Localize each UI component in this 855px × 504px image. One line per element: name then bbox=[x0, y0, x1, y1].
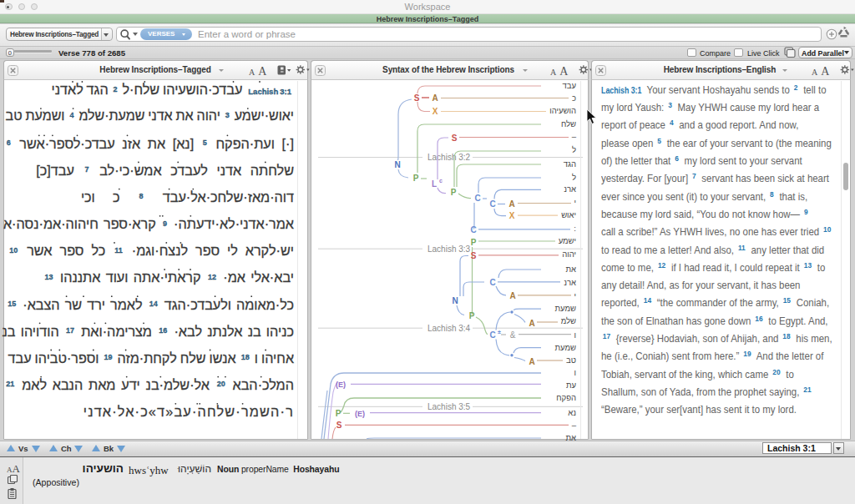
svg-text:L: L bbox=[432, 179, 437, 189]
svg-text:A: A bbox=[529, 319, 534, 328]
svg-text:S: S bbox=[336, 421, 342, 430]
svg-text:A: A bbox=[508, 199, 514, 209]
svg-text:c: c bbox=[439, 178, 443, 184]
svg-text:X: X bbox=[433, 107, 438, 116]
svg-text:P: P bbox=[451, 188, 457, 197]
svg-text:P: P bbox=[336, 409, 341, 418]
svg-text:Lachish 3:4: Lachish 3:4 bbox=[428, 324, 471, 333]
svg-text:A: A bbox=[529, 357, 534, 366]
svg-text:P: P bbox=[413, 174, 419, 183]
svg-text:C: C bbox=[474, 194, 480, 203]
svg-text:C: C bbox=[489, 330, 495, 340]
svg-text:X: X bbox=[509, 211, 515, 220]
svg-text:S: S bbox=[414, 93, 420, 103]
svg-text:P: P bbox=[471, 238, 477, 247]
svg-text:(E): (E) bbox=[336, 381, 346, 389]
svg-text:N: N bbox=[394, 160, 400, 169]
svg-text:C: C bbox=[489, 199, 495, 209]
svg-text:A: A bbox=[509, 291, 515, 300]
svg-text:C: C bbox=[489, 278, 495, 287]
svg-text:Lachish 3:3: Lachish 3:3 bbox=[428, 244, 471, 254]
svg-text:P: P bbox=[469, 311, 475, 320]
svg-text:±: ± bbox=[498, 329, 501, 335]
svg-text:(E): (E) bbox=[355, 410, 365, 418]
svg-text:A: A bbox=[432, 93, 438, 103]
svg-text:Lachish 3:2: Lachish 3:2 bbox=[428, 153, 471, 162]
svg-text:S: S bbox=[452, 134, 458, 143]
svg-text:C: C bbox=[470, 225, 476, 234]
svg-text:S: S bbox=[471, 251, 477, 260]
svg-text:Lachish 3:5: Lachish 3:5 bbox=[428, 402, 471, 411]
svg-text:&: & bbox=[510, 330, 516, 340]
svg-text:N: N bbox=[452, 296, 458, 305]
